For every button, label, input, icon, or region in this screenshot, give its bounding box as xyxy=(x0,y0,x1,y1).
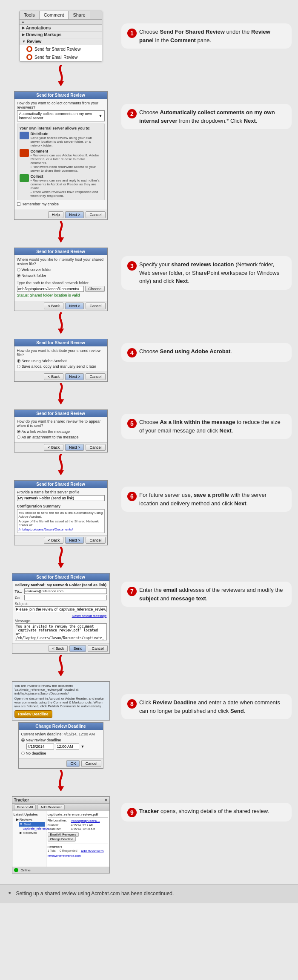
sidebar-received[interactable]: ▶ Received xyxy=(19,830,45,835)
next-button-6[interactable]: Next > xyxy=(65,537,84,544)
tab-tools[interactable]: Tools xyxy=(20,11,40,19)
option-send-acrobat[interactable]: Send using Adobe Acrobat xyxy=(17,359,105,363)
dropdown-field[interactable]: Automatically collect comments on my own… xyxy=(17,110,105,121)
tracker-file-val[interactable]: /mb/laptop/users/... xyxy=(71,819,100,823)
sidebar-tree: ▶ Reviews ▼ Sent captivate_reference... … xyxy=(15,817,45,835)
cc-input[interactable] xyxy=(24,595,107,600)
send-email-review-item[interactable]: Send for Email Review xyxy=(20,53,102,61)
arrow-svg-8 xyxy=(53,770,69,791)
back-button-3[interactable]: < Back xyxy=(44,303,63,309)
step-6-row: Send for Shared Review Provide a name fo… xyxy=(0,478,298,571)
appear-question: How do you want the shared review file t… xyxy=(17,419,105,428)
sidebar-title: Latest Updates xyxy=(14,813,45,816)
subject-input[interactable] xyxy=(15,606,107,612)
send-shared-review-item[interactable]: Send for Shared Review xyxy=(20,45,102,53)
sidebar-sent-item[interactable]: ▼ Sent xyxy=(19,822,45,827)
step-5-spacer xyxy=(121,409,292,414)
radio-as-link[interactable] xyxy=(17,430,20,433)
annotations-section[interactable]: ▶ Annotations xyxy=(20,25,102,32)
radio-save-local[interactable] xyxy=(17,365,20,368)
option-save-local[interactable]: Save a local copy and manually send it l… xyxy=(17,364,105,369)
message-textarea[interactable]: You are invited to review the document '… xyxy=(15,623,107,640)
radio-network-folder[interactable] xyxy=(17,274,20,277)
tracker-started-row: Started: 4/15/14, 9:17 AM xyxy=(48,824,108,827)
arrow-6-7 xyxy=(52,545,69,569)
no-deadline-option[interactable]: No deadline xyxy=(21,751,100,755)
cancel-button-4[interactable]: Cancel xyxy=(86,373,105,380)
send-button-7[interactable]: Send xyxy=(69,645,86,652)
to-input[interactable] xyxy=(24,588,107,594)
next-button-3[interactable]: Next > xyxy=(65,303,84,309)
reset-default-link[interactable]: Reset default message xyxy=(72,614,107,618)
step-1-row: Tools Comment Share ▲ ▶ Annotations ▶ Dr… xyxy=(0,9,298,89)
collect-section: Collect • Reviewers can see and reply to… xyxy=(20,174,102,198)
option-network-folder[interactable]: Network folder xyxy=(17,274,105,278)
subject-label: Subject: xyxy=(15,602,107,606)
radio-send-acrobat[interactable] xyxy=(17,359,20,363)
review-deadline-button[interactable]: Review Deadline xyxy=(14,710,52,718)
profile-input[interactable] xyxy=(17,495,105,501)
path-input[interactable] xyxy=(17,286,84,292)
ok-button-8[interactable]: OK xyxy=(66,760,80,767)
step-5-row: Send for Shared Review How do you want t… xyxy=(0,407,298,478)
tracker-sidebar: Latest Updates ▶ Reviews ▼ Sent captivat… xyxy=(12,811,46,867)
tracker-close[interactable]: ✕ xyxy=(104,798,108,802)
review-section[interactable]: ▼ Review xyxy=(20,38,102,45)
time-picker-icon: ▼ xyxy=(81,744,85,749)
radio-new-deadline[interactable] xyxy=(21,738,25,742)
help-button[interactable]: Help xyxy=(48,211,64,218)
step-9-screenshot: Tracker ✕ Expand All Add Reviewer Latest… xyxy=(12,796,110,873)
tracker-add-reviewer-btn[interactable]: Add Reviewer xyxy=(37,804,65,810)
config-link[interactable]: /mb/laptop/users/Jason/Documents/ xyxy=(19,527,103,531)
option-as-attachment[interactable]: As an attachment to the message xyxy=(17,435,105,439)
comment-text: Comment • Reviewers can use Adobe Acroba… xyxy=(31,149,102,173)
step-2-desc-col: 2 Choose Automatically collect comments … xyxy=(115,91,292,129)
cancel-button-2[interactable]: Cancel xyxy=(86,211,105,218)
sidebar-file-link[interactable]: captivate_reference... xyxy=(22,827,45,830)
tracker-deadline-btn[interactable]: Change Deadline xyxy=(48,837,76,842)
radio-web-server[interactable] xyxy=(17,268,20,271)
arrow-3-4 xyxy=(52,311,69,334)
new-deadline-option[interactable]: New review deadline xyxy=(21,738,100,742)
deadline-time-input[interactable] xyxy=(56,744,79,749)
step-2-number: 2 xyxy=(127,109,137,118)
choose-button[interactable]: Choose xyxy=(85,286,104,292)
cancel-button-8[interactable]: Cancel xyxy=(81,760,101,767)
back-button-7[interactable]: < Back xyxy=(49,645,68,652)
back-button-5[interactable]: < Back xyxy=(44,444,63,451)
cancel-button-6[interactable]: Cancel xyxy=(86,537,105,544)
tab-comment[interactable]: Comment xyxy=(40,11,69,19)
step-7-desc-col: 7 Enter the email addresses of the revie… xyxy=(115,573,292,607)
step-3-text: Specify your shared reviews location (Ne… xyxy=(139,260,286,285)
back-button-4[interactable]: < Back xyxy=(44,373,63,380)
distribute-text: Distribute Send your shared review using… xyxy=(31,132,102,147)
tab-share[interactable]: Share xyxy=(69,11,90,19)
back-button-6[interactable]: < Back xyxy=(44,537,63,544)
option-as-link[interactable]: As a link within the message xyxy=(17,429,105,434)
step-5-bubble: 5 Choose As a link within the message to… xyxy=(121,414,292,439)
tracker-body: Latest Updates ▶ Reviews ▼ Sent captivat… xyxy=(12,811,109,867)
option-web-server[interactable]: Web server folder xyxy=(17,268,105,272)
radio-no-deadline[interactable] xyxy=(21,752,25,755)
remember-checkbox[interactable] xyxy=(17,202,20,206)
drawing-markups-section[interactable]: ▶ Drawing Markups xyxy=(20,32,102,38)
arrow-svg-7 xyxy=(53,655,69,676)
tracker-email-btn[interactable]: Email All Reviewers xyxy=(48,832,79,837)
cancel-button-3[interactable]: Cancel xyxy=(86,303,105,309)
config-line-2: A copy of the file will be saved at the … xyxy=(19,519,103,527)
next-button-5[interactable]: Next > xyxy=(65,444,84,451)
add-reviewer-link[interactable]: Add Reviewers xyxy=(81,849,104,853)
step-6-screenshot: Send for Shared Review Provide a name fo… xyxy=(14,480,108,545)
cancel-button-7[interactable]: Cancel xyxy=(88,645,107,652)
next-button-4[interactable]: Next > xyxy=(65,373,84,380)
next-button-2[interactable]: Next > xyxy=(65,211,84,218)
arrow-svg-2 xyxy=(53,221,69,242)
dialog-5-buttons: < Back Next > Cancel xyxy=(14,442,107,452)
tracker-titlebar: Tracker ✕ xyxy=(12,797,109,804)
deadline-date-input[interactable] xyxy=(26,744,54,749)
dialog-8-body: Current review deadline: 4/15/14, 12:00 … xyxy=(19,730,103,758)
tracker-expand-btn[interactable]: Expand All xyxy=(14,804,36,810)
cancel-button-5[interactable]: Cancel xyxy=(86,444,105,451)
sidebar-reviews[interactable]: ▶ Reviews xyxy=(15,817,45,822)
radio-as-attachment[interactable] xyxy=(17,435,20,439)
